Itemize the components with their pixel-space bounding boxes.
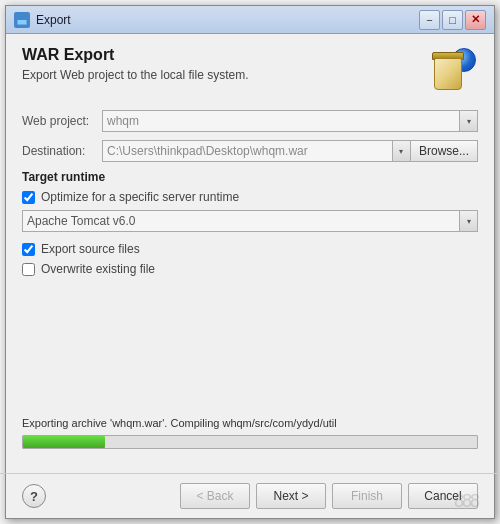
web-project-row: Web project: ▾ — [22, 110, 478, 132]
export-source-checkbox-row: Export source files — [22, 242, 478, 256]
overwrite-checkbox-row: Overwrite existing file — [22, 262, 478, 276]
export-source-checkbox[interactable] — [22, 243, 35, 256]
window-controls: − □ ✕ — [419, 10, 486, 30]
page-title: WAR Export — [22, 46, 428, 64]
close-button[interactable]: ✕ — [465, 10, 486, 30]
window-icon — [14, 12, 30, 28]
header-text: WAR Export Export Web project to the loc… — [22, 46, 428, 82]
watermark: 888 — [454, 491, 478, 512]
status-text: Exporting archive 'whqm.war'. Compiling … — [22, 417, 478, 429]
war-icon — [430, 48, 476, 94]
svg-rect-1 — [17, 17, 27, 20]
header-section: WAR Export Export Web project to the loc… — [22, 46, 478, 96]
next-button[interactable]: Next > — [256, 483, 326, 509]
destination-input-wrap: ▾ Browse... — [102, 140, 478, 162]
optimize-checkbox[interactable] — [22, 191, 35, 204]
web-project-label: Web project: — [22, 114, 102, 128]
form-section: Web project: ▾ Destination: ▾ Browse... … — [22, 110, 478, 409]
button-bar: ? < Back Next > Finish Cancel 888 — [6, 474, 494, 518]
page-subtitle: Export Web project to the local file sys… — [22, 68, 428, 82]
progress-bar-fill — [23, 436, 105, 448]
progress-bar-container — [22, 435, 478, 449]
destination-dropdown-arrow[interactable]: ▾ — [393, 140, 411, 162]
browse-button[interactable]: Browse... — [411, 140, 478, 162]
runtime-dropdown-arrow[interactable]: ▾ — [460, 210, 478, 232]
destination-label: Destination: — [22, 144, 102, 158]
runtime-input[interactable] — [22, 210, 460, 232]
content-area: WAR Export Export Web project to the loc… — [6, 34, 494, 473]
export-source-label: Export source files — [41, 242, 140, 256]
minimize-button[interactable]: − — [419, 10, 440, 30]
back-button[interactable]: < Back — [180, 483, 250, 509]
window-title: Export — [36, 13, 419, 27]
export-dialog: Export − □ ✕ WAR Export Export Web proje… — [5, 5, 495, 519]
target-runtime-label: Target runtime — [22, 170, 478, 184]
runtime-dropdown-wrap: ▾ — [22, 210, 478, 232]
overwrite-checkbox[interactable] — [22, 263, 35, 276]
destination-row: Destination: ▾ Browse... — [22, 140, 478, 162]
maximize-button[interactable]: □ — [442, 10, 463, 30]
header-icon — [428, 46, 478, 96]
nav-buttons: < Back Next > Finish Cancel — [180, 483, 478, 509]
help-button[interactable]: ? — [22, 484, 46, 508]
overwrite-label: Overwrite existing file — [41, 262, 155, 276]
jar-body — [434, 58, 462, 90]
optimize-checkbox-row: Optimize for a specific server runtime — [22, 190, 478, 204]
destination-input[interactable] — [102, 140, 393, 162]
web-project-dropdown-arrow[interactable]: ▾ — [460, 110, 478, 132]
status-section: Exporting archive 'whqm.war'. Compiling … — [22, 409, 478, 461]
web-project-input[interactable] — [102, 110, 460, 132]
optimize-label: Optimize for a specific server runtime — [41, 190, 239, 204]
title-bar: Export − □ ✕ — [6, 6, 494, 34]
web-project-input-wrap: ▾ — [102, 110, 478, 132]
finish-button[interactable]: Finish — [332, 483, 402, 509]
